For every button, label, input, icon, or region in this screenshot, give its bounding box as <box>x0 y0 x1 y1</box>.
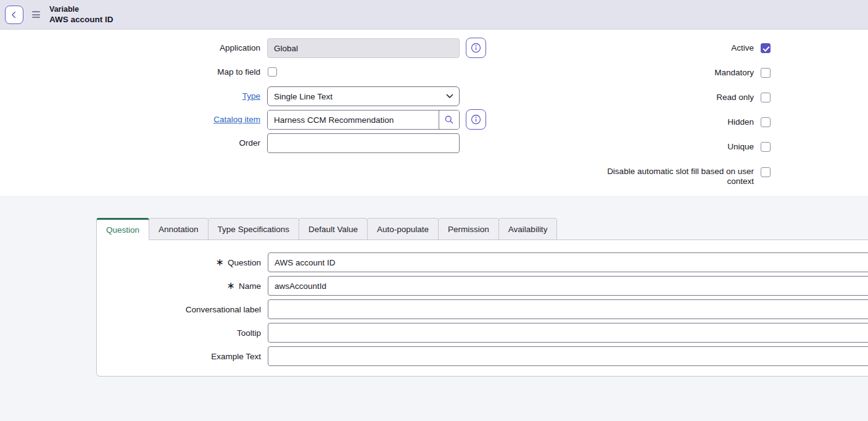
example-text-label-group: Example Text <box>97 352 261 361</box>
conversational-label-group: Conversational label <box>97 305 261 314</box>
chevron-left-icon <box>9 10 19 20</box>
application-info-button[interactable] <box>466 38 486 58</box>
catalog-item-link-label[interactable]: Catalog item <box>0 110 260 130</box>
name-field[interactable] <box>268 276 868 296</box>
application-field <box>267 38 460 58</box>
type-select[interactable]: Single Line Text <box>267 86 460 106</box>
tab-strip: Question Annotation Type Specifications … <box>96 218 868 240</box>
application-label: Application <box>0 38 260 58</box>
tab-annotation[interactable]: Annotation <box>149 218 209 240</box>
unique-label: Unique <box>524 142 754 152</box>
example-text-field[interactable] <box>268 346 868 366</box>
name-label: Name <box>239 281 261 291</box>
hidden-checkbox[interactable] <box>761 117 771 127</box>
active-checkbox[interactable] <box>761 43 771 53</box>
tab-permission[interactable]: Permission <box>438 218 499 240</box>
info-icon <box>471 114 481 125</box>
question-label: Question <box>228 258 261 267</box>
order-label: Order <box>0 133 260 153</box>
required-icon: ∗ <box>227 281 235 291</box>
active-label: Active <box>524 43 754 53</box>
name-label-group: ∗ Name <box>97 281 261 291</box>
example-text-label: Example Text <box>211 352 261 361</box>
mandatory-checkbox[interactable] <box>761 68 771 78</box>
conversational-label-field[interactable] <box>268 299 868 319</box>
catalog-item-search-button[interactable] <box>439 110 459 129</box>
map-to-field-label: Map to field <box>0 67 260 77</box>
tab-availability[interactable]: Availability <box>498 218 558 240</box>
tooltip-label: Tooltip <box>237 328 261 338</box>
tab-question[interactable]: Question <box>96 218 149 240</box>
unique-checkbox[interactable] <box>761 142 771 152</box>
disable-slot-fill-checkbox[interactable] <box>761 167 771 177</box>
back-button[interactable] <box>5 6 23 24</box>
search-icon <box>444 115 454 125</box>
disable-slot-fill-label: Disable automatic slot fill based on use… <box>593 167 754 186</box>
required-icon: ∗ <box>216 257 224 267</box>
order-field[interactable] <box>267 133 460 153</box>
type-link-label[interactable]: Type <box>0 86 260 106</box>
example-text-row: Example Text <box>97 346 868 366</box>
tooltip-field[interactable] <box>268 323 868 343</box>
tab-card: Question Annotation Type Specifications … <box>96 218 868 377</box>
conversational-label-row: Conversational label <box>97 299 868 319</box>
context-menu-icon[interactable] <box>32 11 40 18</box>
question-tab-panel: ∗ Question ∗ Name Conversational label <box>96 240 868 377</box>
record-type-label: Variable <box>49 6 114 14</box>
tooltip-label-group: Tooltip <box>97 328 261 338</box>
read-only-label: Read only <box>524 93 754 102</box>
variable-form-screen: Variable AWS account ID Application Map … <box>0 0 868 421</box>
tab-auto-populate[interactable]: Auto-populate <box>367 218 439 240</box>
page-title: Variable AWS account ID <box>49 6 114 23</box>
conversational-label: Conversational label <box>186 305 261 314</box>
read-only-checkbox[interactable] <box>761 93 771 102</box>
question-field[interactable] <box>268 252 868 272</box>
map-to-field-checkbox[interactable] <box>268 67 277 77</box>
question-row: ∗ Question <box>97 252 868 272</box>
header-bar: Variable AWS account ID <box>0 0 868 30</box>
name-row: ∗ Name <box>97 276 868 296</box>
tab-default-value[interactable]: Default Value <box>299 218 368 240</box>
tooltip-row: Tooltip <box>97 323 868 343</box>
question-label-group: ∗ Question <box>97 257 261 267</box>
catalog-item-field[interactable] <box>268 110 439 129</box>
hidden-label: Hidden <box>524 117 754 127</box>
info-icon <box>471 43 481 53</box>
catalog-item-lookup <box>267 110 460 130</box>
catalog-item-info-button[interactable] <box>466 109 486 130</box>
record-name-label: AWS account ID <box>49 15 114 24</box>
mandatory-label: Mandatory <box>524 68 754 78</box>
type-select-wrap: Single Line Text <box>267 86 460 106</box>
tab-type-specifications[interactable]: Type Specifications <box>208 218 299 240</box>
